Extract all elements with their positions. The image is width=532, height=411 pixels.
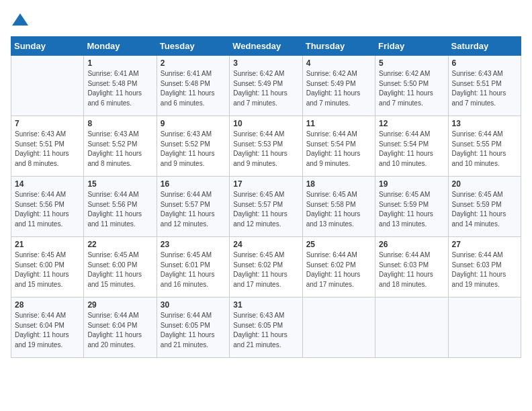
day-number: 22 <box>87 240 152 249</box>
day-number: 28 <box>15 300 80 310</box>
header-saturday: Saturday <box>448 37 521 56</box>
day-number: 27 <box>452 240 517 249</box>
day-number: 31 <box>233 300 298 310</box>
day-cell: 24Sunrise: 6:45 AMSunset: 6:02 PMDayligh… <box>230 237 302 298</box>
day-cell <box>448 298 521 358</box>
day-number: 12 <box>379 119 444 128</box>
day-number: 6 <box>452 58 517 68</box>
day-cell: 9Sunrise: 6:43 AMSunset: 5:52 PMDaylight… <box>157 116 229 177</box>
header-thursday: Thursday <box>302 37 375 56</box>
day-info: Sunrise: 6:44 AMSunset: 6:04 PMDaylight:… <box>15 311 80 350</box>
day-info: Sunrise: 6:44 AMSunset: 6:03 PMDaylight:… <box>379 250 444 289</box>
day-info: Sunrise: 6:44 AMSunset: 5:56 PMDaylight:… <box>87 190 152 229</box>
day-cell: 28Sunrise: 6:44 AMSunset: 6:04 PMDayligh… <box>11 298 84 358</box>
calendar-table: SundayMondayTuesdayWednesdayThursdayFrid… <box>11 36 521 358</box>
header-tuesday: Tuesday <box>157 37 229 56</box>
day-number: 25 <box>306 240 371 249</box>
day-info: Sunrise: 6:44 AMSunset: 6:04 PMDaylight:… <box>87 311 152 350</box>
week-row-3: 14Sunrise: 6:44 AMSunset: 5:56 PMDayligh… <box>11 177 521 237</box>
header-monday: Monday <box>84 37 157 56</box>
day-number: 8 <box>87 119 152 128</box>
day-info: Sunrise: 6:45 AMSunset: 5:58 PMDaylight:… <box>306 190 371 229</box>
day-cell: 7Sunrise: 6:43 AMSunset: 5:51 PMDaylight… <box>11 116 84 177</box>
day-cell: 29Sunrise: 6:44 AMSunset: 6:04 PMDayligh… <box>84 298 157 358</box>
svg-marker-0 <box>12 13 28 26</box>
day-number: 20 <box>452 179 517 189</box>
day-cell: 22Sunrise: 6:45 AMSunset: 6:00 PMDayligh… <box>84 237 157 298</box>
day-number: 21 <box>15 240 80 249</box>
day-cell: 20Sunrise: 6:45 AMSunset: 5:59 PMDayligh… <box>448 177 521 237</box>
day-number: 10 <box>233 119 298 128</box>
day-info: Sunrise: 6:44 AMSunset: 5:56 PMDaylight:… <box>15 190 80 229</box>
week-row-4: 21Sunrise: 6:45 AMSunset: 6:00 PMDayligh… <box>11 237 521 298</box>
day-cell: 30Sunrise: 6:44 AMSunset: 6:05 PMDayligh… <box>157 298 229 358</box>
day-info: Sunrise: 6:43 AMSunset: 5:52 PMDaylight:… <box>161 130 226 169</box>
day-info: Sunrise: 6:41 AMSunset: 5:48 PMDaylight:… <box>87 69 152 108</box>
day-cell: 21Sunrise: 6:45 AMSunset: 6:00 PMDayligh… <box>11 237 84 298</box>
day-info: Sunrise: 6:43 AMSunset: 5:52 PMDaylight:… <box>87 130 152 169</box>
day-cell: 11Sunrise: 6:44 AMSunset: 5:54 PMDayligh… <box>302 116 375 177</box>
day-cell: 18Sunrise: 6:45 AMSunset: 5:58 PMDayligh… <box>302 177 375 237</box>
day-cell: 6Sunrise: 6:43 AMSunset: 5:51 PMDaylight… <box>448 56 521 116</box>
day-cell: 19Sunrise: 6:45 AMSunset: 5:59 PMDayligh… <box>375 177 448 237</box>
day-number: 19 <box>379 179 444 189</box>
day-info: Sunrise: 6:43 AMSunset: 5:51 PMDaylight:… <box>452 69 517 108</box>
day-cell: 4Sunrise: 6:42 AMSunset: 5:49 PMDaylight… <box>302 56 375 116</box>
day-info: Sunrise: 6:42 AMSunset: 5:49 PMDaylight:… <box>233 69 298 108</box>
day-number: 30 <box>161 300 226 310</box>
day-cell: 13Sunrise: 6:44 AMSunset: 5:55 PMDayligh… <box>448 116 521 177</box>
day-cell: 1Sunrise: 6:41 AMSunset: 5:48 PMDaylight… <box>84 56 157 116</box>
day-number: 3 <box>233 58 298 68</box>
day-cell <box>11 56 84 116</box>
week-row-2: 7Sunrise: 6:43 AMSunset: 5:51 PMDaylight… <box>11 116 521 177</box>
day-cell: 14Sunrise: 6:44 AMSunset: 5:56 PMDayligh… <box>11 177 84 237</box>
week-row-1: 1Sunrise: 6:41 AMSunset: 5:48 PMDaylight… <box>11 56 521 116</box>
day-number: 15 <box>87 179 152 189</box>
day-info: Sunrise: 6:44 AMSunset: 5:53 PMDaylight:… <box>233 130 298 169</box>
day-number: 23 <box>161 240 226 249</box>
day-number: 16 <box>161 179 226 189</box>
day-cell: 31Sunrise: 6:43 AMSunset: 6:05 PMDayligh… <box>230 298 302 358</box>
day-number: 5 <box>379 58 444 68</box>
day-number: 17 <box>233 179 298 189</box>
day-info: Sunrise: 6:44 AMSunset: 5:57 PMDaylight:… <box>161 190 226 229</box>
day-number: 26 <box>379 240 444 249</box>
week-row-5: 28Sunrise: 6:44 AMSunset: 6:04 PMDayligh… <box>11 298 521 358</box>
header-wednesday: Wednesday <box>230 37 302 56</box>
day-info: Sunrise: 6:45 AMSunset: 6:00 PMDaylight:… <box>15 250 80 289</box>
day-number: 7 <box>15 119 80 128</box>
day-number: 1 <box>87 58 152 68</box>
header-sunday: Sunday <box>11 37 84 56</box>
day-info: Sunrise: 6:42 AMSunset: 5:49 PMDaylight:… <box>306 69 371 108</box>
day-cell: 23Sunrise: 6:45 AMSunset: 6:01 PMDayligh… <box>157 237 229 298</box>
day-cell: 27Sunrise: 6:44 AMSunset: 6:03 PMDayligh… <box>448 237 521 298</box>
day-cell: 12Sunrise: 6:44 AMSunset: 5:54 PMDayligh… <box>375 116 448 177</box>
day-info: Sunrise: 6:45 AMSunset: 6:00 PMDaylight:… <box>87 250 152 289</box>
logo-icon <box>11 11 30 30</box>
day-cell: 16Sunrise: 6:44 AMSunset: 5:57 PMDayligh… <box>157 177 229 237</box>
day-cell: 15Sunrise: 6:44 AMSunset: 5:56 PMDayligh… <box>84 177 157 237</box>
day-number: 18 <box>306 179 371 189</box>
day-cell: 26Sunrise: 6:44 AMSunset: 6:03 PMDayligh… <box>375 237 448 298</box>
day-number: 11 <box>306 119 371 128</box>
day-cell: 3Sunrise: 6:42 AMSunset: 5:49 PMDaylight… <box>230 56 302 116</box>
day-info: Sunrise: 6:41 AMSunset: 5:48 PMDaylight:… <box>161 69 226 108</box>
day-info: Sunrise: 6:45 AMSunset: 5:59 PMDaylight:… <box>452 190 517 229</box>
day-info: Sunrise: 6:44 AMSunset: 6:03 PMDaylight:… <box>452 250 517 289</box>
day-cell <box>302 298 375 358</box>
day-number: 2 <box>161 58 226 68</box>
day-number: 29 <box>87 300 152 310</box>
header-friday: Friday <box>375 37 448 56</box>
day-cell: 25Sunrise: 6:44 AMSunset: 6:02 PMDayligh… <box>302 237 375 298</box>
day-info: Sunrise: 6:45 AMSunset: 5:57 PMDaylight:… <box>233 190 298 229</box>
day-number: 13 <box>452 119 517 128</box>
day-info: Sunrise: 6:45 AMSunset: 5:59 PMDaylight:… <box>379 190 444 229</box>
day-info: Sunrise: 6:44 AMSunset: 6:05 PMDaylight:… <box>161 311 226 350</box>
day-number: 4 <box>306 58 371 68</box>
day-cell <box>375 298 448 358</box>
day-cell: 5Sunrise: 6:42 AMSunset: 5:50 PMDaylight… <box>375 56 448 116</box>
day-number: 9 <box>161 119 226 128</box>
day-info: Sunrise: 6:44 AMSunset: 5:54 PMDaylight:… <box>306 130 371 169</box>
day-info: Sunrise: 6:45 AMSunset: 6:01 PMDaylight:… <box>161 250 226 289</box>
day-cell: 10Sunrise: 6:44 AMSunset: 5:53 PMDayligh… <box>230 116 302 177</box>
